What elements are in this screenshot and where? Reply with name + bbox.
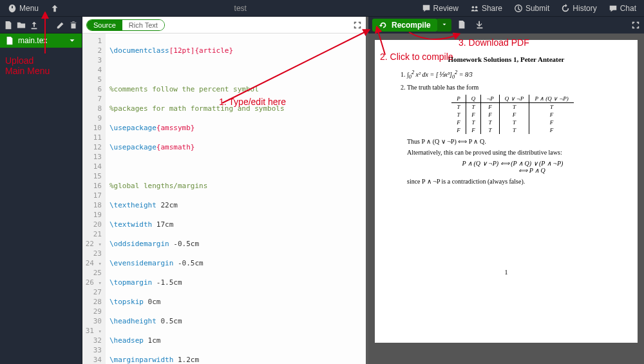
submit-icon (514, 4, 523, 13)
pdf-fullscreen-icon[interactable] (631, 21, 640, 30)
file-sidebar: main.tex (0, 17, 82, 364)
arrow-up-icon (50, 4, 59, 13)
top-bar: Menu test Review Share Submit History Ch… (0, 0, 644, 17)
code-editor[interactable]: 12345678910111213141516171819202122 ▾232… (82, 34, 366, 364)
editor-panel: Source Rich Text 12345678910111213141516… (82, 17, 366, 364)
menu-button[interactable]: Menu (3, 2, 44, 15)
svg-point-1 (475, 6, 478, 8)
rename-icon[interactable] (56, 21, 65, 30)
review-icon (422, 4, 431, 13)
pdf-page: Homework Solutions 1, Peter Anteater ∫02… (375, 40, 638, 343)
chat-icon (609, 4, 618, 13)
editor-toolbar: Source Rich Text (82, 17, 366, 34)
svg-point-0 (472, 6, 475, 8)
editor-mode-toggle[interactable]: Source Rich Text (86, 19, 165, 31)
pdf-title: Homework Solutions 1, Peter Anteater (394, 55, 618, 63)
new-folder-icon[interactable] (17, 21, 26, 30)
file-name: main.tex (18, 36, 47, 45)
delete-icon[interactable] (69, 21, 78, 30)
overleaf-icon (8, 4, 17, 13)
recompile-label: Recompile (392, 21, 431, 30)
new-file-icon[interactable] (4, 21, 13, 30)
pdf-viewer[interactable]: Homework Solutions 1, Peter Anteater ∫02… (368, 34, 644, 364)
source-tab[interactable]: Source (87, 20, 122, 30)
rich-text-tab[interactable]: Rich Text (122, 20, 164, 30)
file-main-tex[interactable]: main.tex (0, 34, 82, 48)
pdf-item-2: The truth table has the form PQ¬PQ ∨ ¬PP… (407, 84, 618, 185)
logs-button[interactable] (454, 18, 469, 33)
line-gutter: 12345678910111213141516171819202122 ▾232… (82, 34, 106, 364)
chat-button[interactable]: Chat (603, 2, 641, 15)
sidebar-tools (0, 17, 82, 34)
code-content[interactable]: \documentclass[12pt]{article} %comments … (106, 34, 366, 364)
download-pdf-button[interactable] (472, 18, 488, 33)
file-icon (5, 36, 14, 45)
pdf-item-1: ∫02 x² dx = [⅓x³]02 = 8⁄3 (407, 70, 618, 80)
share-icon (470, 4, 479, 13)
share-button[interactable]: Share (465, 2, 507, 15)
preview-toolbar: Recompile (368, 17, 644, 34)
recompile-button[interactable]: Recompile (372, 19, 437, 32)
history-button[interactable]: History (556, 2, 601, 15)
review-button[interactable]: Review (417, 2, 464, 15)
history-icon (561, 4, 570, 13)
recompile-dropdown[interactable] (437, 19, 451, 32)
menu-label: Menu (19, 4, 39, 13)
truth-table: PQ¬PQ ∨ ¬PP ∧ (Q ∨ ¬P) TTFTT TFFFF FTTTF… (451, 95, 574, 134)
chevron-down-icon[interactable] (68, 36, 77, 45)
project-title: test (64, 4, 417, 13)
up-button[interactable] (45, 2, 64, 15)
preview-panel: Recompile Homework Solutions 1, Peter An… (366, 17, 644, 364)
refresh-icon (379, 21, 388, 30)
upload-icon[interactable] (30, 21, 39, 30)
fullscreen-icon[interactable] (353, 21, 362, 30)
page-number: 1 (394, 269, 618, 276)
submit-button[interactable]: Submit (509, 2, 554, 15)
